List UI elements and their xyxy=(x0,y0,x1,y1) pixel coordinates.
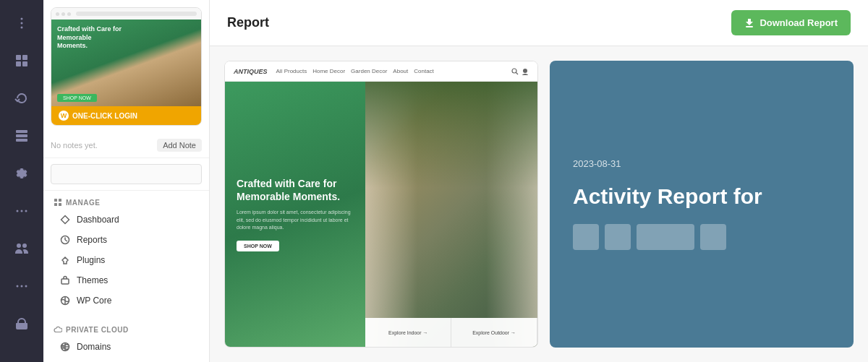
report-date: 2023-08-31 xyxy=(573,158,830,169)
themes-label: Themes xyxy=(77,275,108,285)
svg-point-14 xyxy=(21,285,23,288)
sidebar-item-themes[interactable]: Themes xyxy=(54,270,199,290)
report-preview: ANTIQUES All Products Home Decor Garden … xyxy=(224,61,538,348)
sidebar-item-reports[interactable]: Reports xyxy=(54,230,199,250)
svg-point-1 xyxy=(21,22,23,25)
sidebar-item-plugins[interactable]: Plugins xyxy=(54,250,199,270)
wpcore-nav-icon xyxy=(59,295,71,306)
more-icon[interactable] xyxy=(10,199,33,223)
table-icon[interactable] xyxy=(10,124,33,147)
report-block-2 xyxy=(605,224,631,250)
svg-point-29 xyxy=(512,69,516,73)
svg-rect-28 xyxy=(746,26,753,27)
download-icon xyxy=(744,18,754,28)
refresh-icon[interactable] xyxy=(10,87,33,110)
dashboard-nav-icon xyxy=(59,214,71,225)
svg-line-30 xyxy=(516,72,519,74)
private-cloud-section: PRIVATE CLOUD Domains xyxy=(43,318,209,361)
users-icon[interactable] xyxy=(10,237,33,260)
main-content: Report Download Report ANTIQUES All Prod… xyxy=(210,0,868,362)
explore-outdoor-btn[interactable]: Explore Outdoor → xyxy=(451,318,537,347)
svg-rect-7 xyxy=(16,130,27,133)
svg-rect-9 xyxy=(16,139,27,142)
svg-rect-4 xyxy=(22,55,27,60)
explore-indoor-btn[interactable]: Explore Indoor → xyxy=(365,318,451,347)
preview-badge: SHOP NOW xyxy=(57,94,97,102)
private-cloud-icon xyxy=(54,325,62,334)
one-click-login-bar[interactable]: W ONE-CLICK LOGIN xyxy=(51,106,201,125)
report-blocks xyxy=(573,224,830,250)
report-block-3 xyxy=(637,224,694,250)
preview-hero-text: Crafted with Care for Memorable Moments. xyxy=(57,25,122,51)
sidebar-item-dashboard[interactable]: Dashboard xyxy=(54,210,199,230)
svg-point-13 xyxy=(17,285,19,288)
icon-bar xyxy=(0,0,43,362)
notes-area: No notes yet. Add Note xyxy=(43,133,209,158)
svg-rect-8 xyxy=(16,134,27,137)
plugins-nav-icon xyxy=(59,254,71,266)
mini-site: ANTIQUES All Products Home Decor Garden … xyxy=(225,61,537,347)
mini-hero-desc: Lorem ipsum dolor sit amet, consectetur … xyxy=(237,209,354,232)
wpcore-label: WP Core xyxy=(77,296,111,306)
main-header: Report Download Report xyxy=(210,0,868,46)
sidebar: Crafted with Care for Memorable Moments.… xyxy=(43,0,210,362)
sidebar-item-wpcore[interactable]: WP Core xyxy=(54,290,199,311)
mini-nav-logo: ANTIQUES xyxy=(234,68,268,75)
mini-nav-icons xyxy=(511,68,529,75)
svg-point-15 xyxy=(25,285,27,288)
add-note-button[interactable]: Add Note xyxy=(157,139,202,152)
svg-point-12 xyxy=(25,210,27,212)
dots-top-icon[interactable] xyxy=(10,12,33,35)
mini-hero-title: Crafted with Care for Memorable Moments. xyxy=(237,177,354,203)
mini-hero: Crafted with Care for Memorable Moments.… xyxy=(225,82,537,347)
svg-point-2 xyxy=(21,27,23,29)
mini-hero-btn[interactable]: SHOP NOW xyxy=(237,241,279,251)
mini-footer: Explore Indoor → Explore Outdoor → xyxy=(365,318,537,347)
themes-nav-icon xyxy=(59,275,71,286)
svg-rect-23 xyxy=(61,279,69,284)
search-area xyxy=(43,158,209,191)
svg-point-10 xyxy=(17,210,19,212)
svg-rect-19 xyxy=(59,203,61,206)
manage-section: MANAGE Dashboard Reports Plugins Themes xyxy=(43,191,209,315)
svg-point-11 xyxy=(21,210,23,212)
site-preview-card[interactable]: Crafted with Care for Memorable Moments.… xyxy=(51,7,202,126)
svg-rect-3 xyxy=(16,55,21,60)
content-area: ANTIQUES All Products Home Decor Garden … xyxy=(210,46,868,362)
private-cloud-label: PRIVATE CLOUD xyxy=(54,325,199,334)
search-input[interactable] xyxy=(51,164,202,184)
notes-placeholder: No notes yet. xyxy=(51,141,153,150)
report-main-title: Activity Report for xyxy=(573,184,830,210)
admin-icon[interactable] xyxy=(10,312,33,335)
dots-bottom-icon[interactable] xyxy=(10,275,33,298)
settings-icon[interactable] xyxy=(10,162,33,185)
mini-nav: ANTIQUES All Products Home Decor Garden … xyxy=(225,61,537,82)
sidebar-item-domains[interactable]: Domains xyxy=(54,337,199,357)
svg-rect-6 xyxy=(22,61,27,66)
preview-image: Crafted with Care for Memorable Moments.… xyxy=(51,20,201,106)
reports-nav-icon xyxy=(59,234,71,246)
svg-rect-17 xyxy=(59,199,61,202)
report-right-panel: 2023-08-31 Activity Report for xyxy=(550,61,854,348)
report-block-4 xyxy=(700,224,726,250)
reports-label: Reports xyxy=(77,235,107,245)
svg-rect-18 xyxy=(54,203,57,206)
report-block-1 xyxy=(573,224,599,250)
svg-point-0 xyxy=(21,18,23,20)
page-title: Report xyxy=(227,15,269,30)
plugins-label: Plugins xyxy=(77,255,105,265)
svg-line-22 xyxy=(65,240,67,241)
manage-icon xyxy=(54,198,62,207)
dashboard-label: Dashboard xyxy=(77,215,119,225)
svg-rect-16 xyxy=(54,199,57,202)
grid-icon[interactable] xyxy=(10,49,33,72)
mini-hero-right: Explore Indoor → Explore Outdoor → xyxy=(365,82,537,347)
domains-label: Domains xyxy=(77,342,111,352)
mini-hero-left: Crafted with Care for Memorable Moments.… xyxy=(225,82,365,347)
download-report-button[interactable]: Download Report xyxy=(731,10,851,35)
manage-section-label: MANAGE xyxy=(54,198,199,207)
svg-rect-5 xyxy=(16,61,21,66)
domains-nav-icon xyxy=(59,341,71,353)
wp-logo-icon: W xyxy=(59,111,69,121)
mini-nav-links: All Products Home Decor Garden Decor Abo… xyxy=(276,68,434,74)
